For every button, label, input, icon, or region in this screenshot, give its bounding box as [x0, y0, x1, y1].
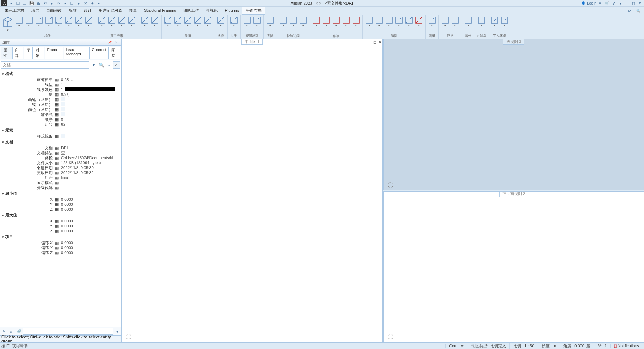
prop-row[interactable]: 线条颜色▦1: [0, 87, 121, 92]
ribbon-tab[interactable]: Structural Framing: [141, 7, 180, 15]
qat-conf-icon[interactable]: ✕: [82, 0, 88, 6]
heart-icon[interactable]: ▾: [463, 15, 473, 27]
ribbon-tab[interactable]: 自由修改: [43, 7, 65, 15]
opening2-icon[interactable]: ▾: [64, 15, 74, 27]
prop-row[interactable]: X▦0.0000: [0, 197, 121, 202]
meas-icon[interactable]: ▾: [427, 15, 437, 27]
qat-copy-icon[interactable]: ▾: [62, 0, 68, 6]
grid-icon[interactable]: ▾: [84, 15, 94, 27]
mod1-icon[interactable]: ▾: [311, 15, 321, 27]
gear-icon[interactable]: ⚙: [626, 8, 632, 14]
opening3-icon[interactable]: ▾: [74, 15, 84, 27]
check-icon[interactable]: ✓: [113, 61, 120, 69]
cart-icon[interactable]: 🛒: [604, 0, 610, 6]
door-icon[interactable]: ▾: [97, 15, 107, 27]
help-icon[interactable]: ?: [611, 0, 617, 6]
view-plan[interactable]: 平面图:1 ◻✕: [121, 39, 383, 342]
mod4-icon[interactable]: ▾: [341, 15, 351, 27]
opening1-icon[interactable]: ▾: [54, 15, 64, 27]
window-icon[interactable]: ▾: [107, 15, 117, 27]
prop-row[interactable]: 文件大小▦128 KB (131094 bytes): [0, 160, 121, 165]
prop-row[interactable]: Y▦0.0000: [0, 202, 121, 207]
view-close-icon[interactable]: ✕: [377, 39, 382, 44]
prop-row[interactable]: 显示模式▦: [0, 180, 121, 185]
qat-open-icon[interactable]: ❐: [22, 0, 28, 6]
qat-cut-icon[interactable]: ▾: [76, 0, 82, 6]
prop-group-header[interactable]: ▾格式: [0, 70, 121, 77]
dock-tab[interactable]: 库: [24, 47, 33, 59]
prop-row[interactable]: 用户▦local: [0, 175, 121, 180]
roof4-icon[interactable]: ▾: [193, 15, 203, 27]
line-icon[interactable]: ▾: [278, 15, 288, 27]
prop-row[interactable]: 线型▦1: [0, 82, 121, 87]
stair-icon[interactable]: ▾: [216, 15, 226, 27]
prop-row[interactable]: 更改日期▦2022/11/8, 9:05:32: [0, 170, 121, 175]
ribbon-tab[interactable]: 标签: [65, 7, 80, 15]
dormer-icon[interactable]: ▾: [203, 15, 213, 27]
ed3-icon[interactable]: ▾: [384, 15, 394, 27]
clone-icon[interactable]: ▾: [265, 15, 275, 27]
roof3-icon[interactable]: ▾: [183, 15, 193, 27]
length-field[interactable]: 长度: m: [538, 343, 560, 349]
filter-icon[interactable]: ▽: [105, 62, 112, 68]
prop-row[interactable]: 文档▦DF1: [0, 145, 121, 150]
ribbon-tab[interactable]: 墙层: [28, 7, 43, 15]
prop-row[interactable]: 路径▦C:\Users\15074\Documents\Nemetsche: [0, 155, 121, 160]
beam-icon[interactable]: ▾: [24, 15, 34, 27]
cmd-drop-icon[interactable]: ▾: [114, 328, 120, 334]
dock-tab[interactable]: Issue Manager: [64, 47, 89, 59]
view-max-icon[interactable]: ◻: [372, 39, 377, 44]
prop-row[interactable]: 画笔粗细▦0.25: [0, 77, 121, 82]
abc-icon[interactable]: ▾: [440, 15, 450, 27]
ortho-icon[interactable]: ▾: [298, 15, 308, 27]
prop-row[interactable]: Z▦0.0000: [0, 229, 121, 233]
prop-row[interactable]: 层▦默认: [0, 92, 121, 97]
maximize-button[interactable]: ◻: [631, 1, 636, 6]
slab-icon[interactable]: ▾: [14, 15, 24, 27]
drawing-type-field[interactable]: 制图类型: 比例定义: [468, 343, 509, 349]
qat-redo-icon[interactable]: ↷: [55, 0, 61, 6]
ribbon-tab[interactable]: 可视化: [202, 7, 221, 15]
country-field[interactable]: Country:: [445, 344, 468, 348]
roof1-icon[interactable]: ▾: [163, 15, 173, 27]
wand-icon[interactable]: ✎: [1, 328, 7, 334]
notifications-button[interactable]: ⎕ Notifications: [610, 344, 643, 348]
qat-paste-icon[interactable]: ❐: [69, 0, 75, 6]
angle-field[interactable]: 角度: 0.000 度: [560, 343, 594, 349]
view3d2-icon[interactable]: ▾: [252, 15, 262, 27]
ribbon-tab[interactable]: 平面布局: [242, 7, 265, 15]
recess-icon[interactable]: ▾: [117, 15, 127, 27]
ed2-icon[interactable]: ▾: [374, 15, 384, 27]
search-icon[interactable]: 🔍: [635, 8, 641, 14]
prop-row[interactable]: X▦0.0000: [0, 219, 121, 224]
search-drop-icon[interactable]: ▾: [91, 62, 97, 68]
mod3-icon[interactable]: ▾: [331, 15, 341, 27]
view3d1-icon[interactable]: ▾: [242, 15, 252, 27]
niche-icon[interactable]: ▾: [127, 15, 137, 27]
grid2-icon[interactable]: ▾: [500, 15, 509, 27]
prop-row[interactable]: 偏移 Z▦0.0000: [0, 250, 121, 255]
dock-tab[interactable]: 图层: [109, 47, 120, 59]
roof2-icon[interactable]: ▾: [173, 15, 183, 27]
prop-row[interactable]: 创建日期▦2022/11/8, 9:05:30: [0, 165, 121, 170]
qat-print-icon[interactable]: 🖶: [35, 0, 41, 6]
ribbon-tab[interactable]: 设计: [80, 7, 95, 15]
prop-row[interactable]: 文档类型▦空: [0, 150, 121, 155]
pct-field[interactable]: %: 1: [594, 344, 610, 348]
prop-row[interactable]: 画笔 （从层）▦: [0, 97, 121, 102]
link-icon[interactable]: 🔗: [16, 328, 22, 334]
search-input[interactable]: [1, 61, 89, 69]
close-button[interactable]: ✕: [637, 1, 643, 6]
zoom-icon[interactable]: 🔍: [98, 62, 104, 68]
qat-undo-icon[interactable]: ↶: [42, 0, 48, 6]
mod2-icon[interactable]: ▾: [321, 15, 331, 27]
command-input[interactable]: [23, 328, 113, 335]
dim2-icon[interactable]: ▾: [150, 15, 160, 27]
prop-row[interactable]: 组号▦62: [0, 122, 121, 127]
prop-group-header[interactable]: ▾文档: [0, 139, 121, 145]
view-perspective[interactable]: 透视图 3: [383, 39, 644, 190]
dock-tab[interactable]: 对象: [33, 47, 44, 59]
login-label[interactable]: Login: [587, 1, 596, 5]
prop-group-header[interactable]: ▾元素: [0, 127, 121, 134]
qat-icon[interactable]: ▾: [8, 0, 14, 6]
